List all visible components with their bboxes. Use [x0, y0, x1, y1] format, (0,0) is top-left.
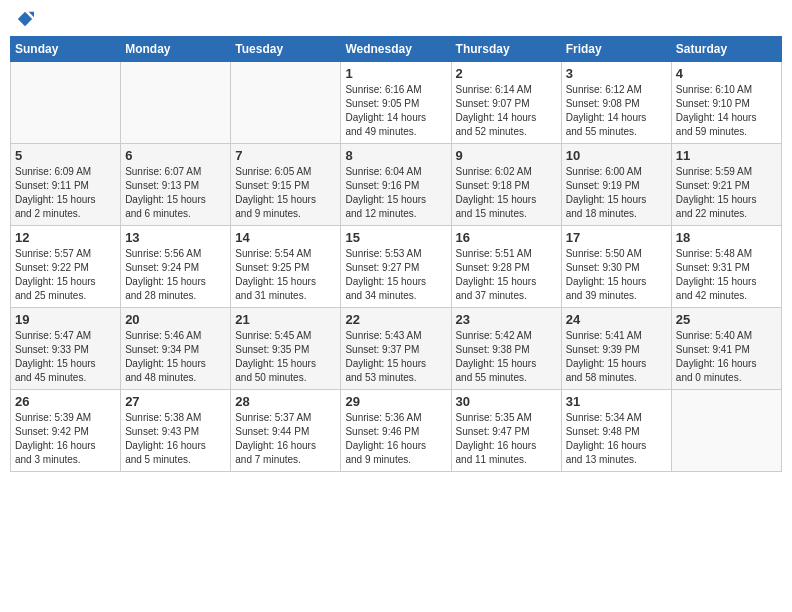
day-number: 18 — [676, 230, 777, 245]
calendar-cell: 18Sunrise: 5:48 AMSunset: 9:31 PMDayligh… — [671, 226, 781, 308]
day-number: 5 — [15, 148, 116, 163]
day-info: Sunrise: 5:36 AMSunset: 9:46 PMDaylight:… — [345, 411, 446, 467]
day-info: Sunrise: 6:14 AMSunset: 9:07 PMDaylight:… — [456, 83, 557, 139]
calendar-cell: 15Sunrise: 5:53 AMSunset: 9:27 PMDayligh… — [341, 226, 451, 308]
calendar-cell: 4Sunrise: 6:10 AMSunset: 9:10 PMDaylight… — [671, 62, 781, 144]
day-info: Sunrise: 5:48 AMSunset: 9:31 PMDaylight:… — [676, 247, 777, 303]
calendar-cell: 17Sunrise: 5:50 AMSunset: 9:30 PMDayligh… — [561, 226, 671, 308]
page-header — [10, 10, 782, 28]
calendar-cell: 28Sunrise: 5:37 AMSunset: 9:44 PMDayligh… — [231, 390, 341, 472]
calendar-cell: 2Sunrise: 6:14 AMSunset: 9:07 PMDaylight… — [451, 62, 561, 144]
day-info: Sunrise: 5:56 AMSunset: 9:24 PMDaylight:… — [125, 247, 226, 303]
day-number: 31 — [566, 394, 667, 409]
day-number: 21 — [235, 312, 336, 327]
day-number: 19 — [15, 312, 116, 327]
day-info: Sunrise: 5:42 AMSunset: 9:38 PMDaylight:… — [456, 329, 557, 385]
day-info: Sunrise: 6:09 AMSunset: 9:11 PMDaylight:… — [15, 165, 116, 221]
day-number: 1 — [345, 66, 446, 81]
day-number: 22 — [345, 312, 446, 327]
calendar-cell: 1Sunrise: 6:16 AMSunset: 9:05 PMDaylight… — [341, 62, 451, 144]
day-header-saturday: Saturday — [671, 37, 781, 62]
day-number: 13 — [125, 230, 226, 245]
day-info: Sunrise: 6:04 AMSunset: 9:16 PMDaylight:… — [345, 165, 446, 221]
calendar-cell: 7Sunrise: 6:05 AMSunset: 9:15 PMDaylight… — [231, 144, 341, 226]
day-info: Sunrise: 6:12 AMSunset: 9:08 PMDaylight:… — [566, 83, 667, 139]
day-number: 20 — [125, 312, 226, 327]
day-info: Sunrise: 6:07 AMSunset: 9:13 PMDaylight:… — [125, 165, 226, 221]
calendar-cell: 19Sunrise: 5:47 AMSunset: 9:33 PMDayligh… — [11, 308, 121, 390]
day-info: Sunrise: 6:16 AMSunset: 9:05 PMDaylight:… — [345, 83, 446, 139]
day-info: Sunrise: 5:54 AMSunset: 9:25 PMDaylight:… — [235, 247, 336, 303]
day-info: Sunrise: 5:47 AMSunset: 9:33 PMDaylight:… — [15, 329, 116, 385]
day-info: Sunrise: 5:40 AMSunset: 9:41 PMDaylight:… — [676, 329, 777, 385]
day-number: 30 — [456, 394, 557, 409]
calendar-cell: 8Sunrise: 6:04 AMSunset: 9:16 PMDaylight… — [341, 144, 451, 226]
calendar-cell — [121, 62, 231, 144]
day-info: Sunrise: 6:00 AMSunset: 9:19 PMDaylight:… — [566, 165, 667, 221]
calendar-cell: 6Sunrise: 6:07 AMSunset: 9:13 PMDaylight… — [121, 144, 231, 226]
calendar-cell: 27Sunrise: 5:38 AMSunset: 9:43 PMDayligh… — [121, 390, 231, 472]
day-info: Sunrise: 5:59 AMSunset: 9:21 PMDaylight:… — [676, 165, 777, 221]
day-number: 17 — [566, 230, 667, 245]
day-info: Sunrise: 5:57 AMSunset: 9:22 PMDaylight:… — [15, 247, 116, 303]
day-info: Sunrise: 6:02 AMSunset: 9:18 PMDaylight:… — [456, 165, 557, 221]
day-info: Sunrise: 5:39 AMSunset: 9:42 PMDaylight:… — [15, 411, 116, 467]
calendar-cell: 14Sunrise: 5:54 AMSunset: 9:25 PMDayligh… — [231, 226, 341, 308]
day-info: Sunrise: 6:05 AMSunset: 9:15 PMDaylight:… — [235, 165, 336, 221]
day-header-monday: Monday — [121, 37, 231, 62]
calendar-cell: 10Sunrise: 6:00 AMSunset: 9:19 PMDayligh… — [561, 144, 671, 226]
calendar-cell: 16Sunrise: 5:51 AMSunset: 9:28 PMDayligh… — [451, 226, 561, 308]
day-number: 3 — [566, 66, 667, 81]
day-info: Sunrise: 6:10 AMSunset: 9:10 PMDaylight:… — [676, 83, 777, 139]
calendar-header-row: SundayMondayTuesdayWednesdayThursdayFrid… — [11, 37, 782, 62]
day-info: Sunrise: 5:37 AMSunset: 9:44 PMDaylight:… — [235, 411, 336, 467]
day-number: 6 — [125, 148, 226, 163]
calendar-cell: 24Sunrise: 5:41 AMSunset: 9:39 PMDayligh… — [561, 308, 671, 390]
calendar-cell: 21Sunrise: 5:45 AMSunset: 9:35 PMDayligh… — [231, 308, 341, 390]
day-number: 28 — [235, 394, 336, 409]
calendar-cell: 29Sunrise: 5:36 AMSunset: 9:46 PMDayligh… — [341, 390, 451, 472]
day-header-tuesday: Tuesday — [231, 37, 341, 62]
day-number: 23 — [456, 312, 557, 327]
day-number: 16 — [456, 230, 557, 245]
day-info: Sunrise: 5:38 AMSunset: 9:43 PMDaylight:… — [125, 411, 226, 467]
calendar-week-row: 5Sunrise: 6:09 AMSunset: 9:11 PMDaylight… — [11, 144, 782, 226]
day-info: Sunrise: 5:51 AMSunset: 9:28 PMDaylight:… — [456, 247, 557, 303]
calendar-week-row: 26Sunrise: 5:39 AMSunset: 9:42 PMDayligh… — [11, 390, 782, 472]
day-number: 11 — [676, 148, 777, 163]
day-number: 7 — [235, 148, 336, 163]
calendar-cell: 30Sunrise: 5:35 AMSunset: 9:47 PMDayligh… — [451, 390, 561, 472]
day-number: 2 — [456, 66, 557, 81]
day-number: 12 — [15, 230, 116, 245]
calendar-week-row: 1Sunrise: 6:16 AMSunset: 9:05 PMDaylight… — [11, 62, 782, 144]
day-info: Sunrise: 5:45 AMSunset: 9:35 PMDaylight:… — [235, 329, 336, 385]
day-header-thursday: Thursday — [451, 37, 561, 62]
day-info: Sunrise: 5:43 AMSunset: 9:37 PMDaylight:… — [345, 329, 446, 385]
svg-marker-0 — [18, 12, 32, 26]
calendar-cell: 11Sunrise: 5:59 AMSunset: 9:21 PMDayligh… — [671, 144, 781, 226]
day-number: 29 — [345, 394, 446, 409]
calendar-cell — [671, 390, 781, 472]
day-header-sunday: Sunday — [11, 37, 121, 62]
calendar-cell: 26Sunrise: 5:39 AMSunset: 9:42 PMDayligh… — [11, 390, 121, 472]
day-header-friday: Friday — [561, 37, 671, 62]
logo-icon — [16, 10, 34, 28]
day-number: 10 — [566, 148, 667, 163]
calendar-cell: 22Sunrise: 5:43 AMSunset: 9:37 PMDayligh… — [341, 308, 451, 390]
calendar-cell: 5Sunrise: 6:09 AMSunset: 9:11 PMDaylight… — [11, 144, 121, 226]
day-header-wednesday: Wednesday — [341, 37, 451, 62]
calendar-cell: 31Sunrise: 5:34 AMSunset: 9:48 PMDayligh… — [561, 390, 671, 472]
calendar-cell: 12Sunrise: 5:57 AMSunset: 9:22 PMDayligh… — [11, 226, 121, 308]
calendar-cell: 3Sunrise: 6:12 AMSunset: 9:08 PMDaylight… — [561, 62, 671, 144]
day-info: Sunrise: 5:34 AMSunset: 9:48 PMDaylight:… — [566, 411, 667, 467]
day-number: 4 — [676, 66, 777, 81]
calendar-cell — [231, 62, 341, 144]
day-number: 24 — [566, 312, 667, 327]
day-number: 27 — [125, 394, 226, 409]
day-info: Sunrise: 5:41 AMSunset: 9:39 PMDaylight:… — [566, 329, 667, 385]
day-info: Sunrise: 5:53 AMSunset: 9:27 PMDaylight:… — [345, 247, 446, 303]
day-info: Sunrise: 5:35 AMSunset: 9:47 PMDaylight:… — [456, 411, 557, 467]
day-number: 15 — [345, 230, 446, 245]
day-number: 14 — [235, 230, 336, 245]
calendar-cell: 9Sunrise: 6:02 AMSunset: 9:18 PMDaylight… — [451, 144, 561, 226]
